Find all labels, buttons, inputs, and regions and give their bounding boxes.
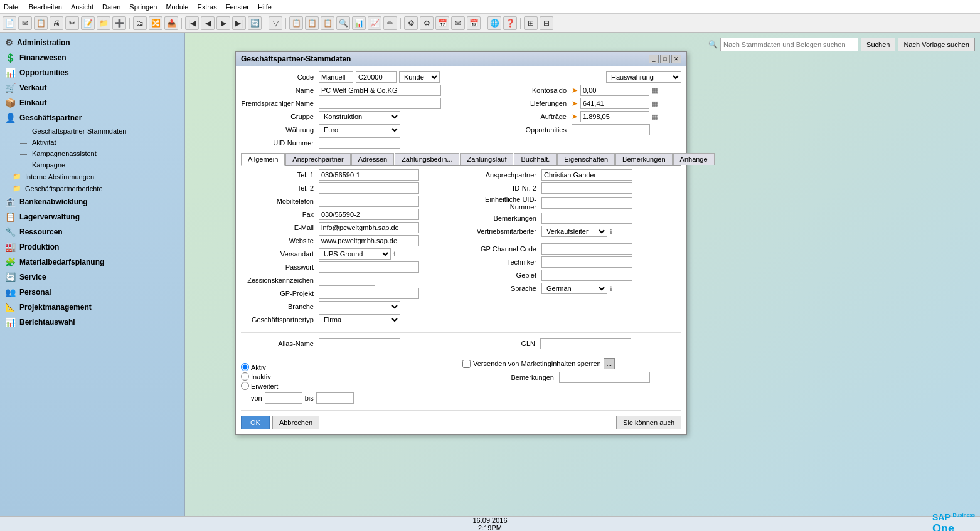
sidebar-item-berichte[interactable]: 📁 Geschäftspartnerberichte	[0, 182, 184, 194]
toolbar-first[interactable]: |◀	[185, 16, 199, 30]
toolbar-prev[interactable]: ◀	[201, 16, 215, 30]
dialog-close-button[interactable]: ✕	[671, 55, 681, 63]
menu-module[interactable]: Module	[166, 3, 188, 11]
menu-springen[interactable]: Springen	[129, 3, 157, 11]
contact-input[interactable]	[541, 169, 632, 181]
tab-eigenschaften[interactable]: Eigenschaften	[557, 153, 615, 165]
toolbar-btn-25[interactable]: ❓	[503, 16, 517, 30]
sprache-select[interactable]: German	[541, 283, 607, 294]
balance-currency-select[interactable]: Hauswährung	[606, 71, 681, 83]
menu-daten[interactable]: Daten	[102, 3, 120, 11]
marketing-remarks-input[interactable]	[559, 372, 650, 383]
sidebar-item-berichtauswahl[interactable]: 📊 Berichtauswahl	[0, 315, 184, 330]
search-template-button[interactable]: Nach Vorlage suchen	[898, 38, 975, 51]
tab-allgemein[interactable]: Allgemein	[241, 153, 285, 166]
toolbar-btn-10[interactable]: 🔀	[149, 16, 162, 30]
toolbar-btn-26[interactable]: ⊞	[524, 16, 538, 30]
auftraege-graph-icon[interactable]: ▦	[652, 113, 658, 121]
toolbar-refresh[interactable]: 🔄	[248, 16, 262, 30]
waehrung-select[interactable]: Euro	[319, 124, 400, 135]
toolbar-btn-15[interactable]: 🔍	[336, 16, 350, 30]
code-mode-input[interactable]	[319, 71, 353, 83]
tab-ansprechpartner[interactable]: Ansprechpartner	[285, 153, 350, 165]
sidebar-item-geschaeftspartner[interactable]: 👤 Geschäftspartner	[0, 110, 184, 125]
sidebar-item-kampagne[interactable]: — Kampagne	[0, 159, 184, 171]
gln-input[interactable]	[540, 338, 631, 349]
vertrieb-select[interactable]: Verkaufsleiter	[541, 226, 607, 237]
sidebar-item-aktivitaet[interactable]: — Aktivität	[0, 137, 184, 148]
toolbar-btn-8[interactable]: ➕	[112, 16, 126, 30]
toolbar-btn-11[interactable]: 📤	[164, 16, 178, 30]
toolbar-btn-12[interactable]: 📋	[289, 16, 303, 30]
code-value-input[interactable]	[356, 71, 397, 83]
toolbar-next[interactable]: ▶	[216, 16, 230, 30]
toolbar-btn-14[interactable]: 📋	[321, 16, 334, 30]
status-aktiv-radio[interactable]: Aktiv	[241, 363, 266, 371]
toolbar-btn-23[interactable]: 📅	[467, 16, 481, 30]
mobile-input[interactable]	[319, 196, 419, 207]
menu-bearbeiten[interactable]: Bearbeiten	[29, 3, 62, 11]
tab-adressen[interactable]: Adressen	[351, 153, 394, 165]
gp-channel-input[interactable]	[541, 243, 632, 255]
sidebar-item-ressourcen[interactable]: 🔧 Ressourcen	[0, 224, 184, 239]
sidebar-item-personal[interactable]: 👥 Personal	[0, 285, 184, 300]
toolbar-btn-27[interactable]: ⊟	[540, 16, 553, 30]
project-input[interactable]	[319, 288, 419, 299]
inaktiv-radio-input[interactable]	[241, 372, 249, 381]
toolbar-btn-17[interactable]: 📈	[368, 16, 381, 30]
sidebar-item-banken[interactable]: 🏦 Bankenabwicklung	[0, 194, 184, 209]
tel1-input[interactable]	[319, 169, 419, 181]
code-type-select[interactable]: Kunde	[399, 71, 440, 83]
toolbar-btn-6[interactable]: 📝	[81, 16, 95, 30]
also-button[interactable]: Sie können auch	[616, 416, 681, 429]
kontosaldo-graph-icon[interactable]: ▦	[652, 87, 658, 95]
marketing-checkbox[interactable]	[462, 360, 471, 368]
toolbar-btn-18[interactable]: ✏	[383, 16, 397, 30]
menu-datei[interactable]: Datei	[4, 3, 20, 11]
dialog-maximize-button[interactable]: □	[660, 55, 670, 63]
toolbar-btn-2[interactable]: ✉	[18, 16, 32, 30]
gebiet-input[interactable]	[541, 270, 632, 281]
sidebar-item-verkauf[interactable]: 🛒 Verkauf	[0, 80, 184, 95]
toolbar-btn-21[interactable]: 📅	[435, 16, 449, 30]
techniker-input[interactable]	[541, 256, 632, 268]
status-inaktiv-radio[interactable]: Inaktiv	[241, 372, 460, 381]
sidebar-item-interne[interactable]: 📁 Interne Abstimmungen	[0, 171, 184, 182]
menu-hilfe[interactable]: Hilfe	[258, 3, 272, 11]
gruppe-select[interactable]: Konstruktion	[319, 111, 400, 122]
toolbar-btn-20[interactable]: ⚙	[420, 16, 434, 30]
fax-input[interactable]	[319, 209, 419, 220]
status-erweitert-radio[interactable]: Erweitert	[241, 382, 460, 390]
toolbar-last[interactable]: ▶|	[232, 16, 246, 30]
kontosaldo-input[interactable]	[580, 85, 649, 96]
toolbar-btn-4[interactable]: 🖨	[50, 16, 63, 30]
session-input[interactable]	[319, 275, 375, 286]
menu-extras[interactable]: Extras	[197, 3, 216, 11]
toolbar-btn-7[interactable]: 📁	[97, 16, 110, 30]
opportunities-input[interactable]	[572, 124, 650, 135]
passwort-input[interactable]	[319, 261, 419, 273]
toolbar-btn-24[interactable]: 🌐	[487, 16, 501, 30]
ok-button[interactable]: OK	[241, 416, 270, 429]
lieferungen-input[interactable]	[580, 98, 649, 109]
sidebar-item-produktion[interactable]: 🏭 Produktion	[0, 239, 184, 255]
menu-ansicht[interactable]: Ansicht	[71, 3, 93, 11]
sidebar-item-kampagnenassistent[interactable]: — Kampagnenassistent	[0, 148, 184, 159]
tab-zahlungsbedin[interactable]: Zahlungsbedin...	[395, 153, 459, 165]
id2-input[interactable]	[541, 182, 632, 194]
toolbar-btn-9[interactable]: 🗂	[133, 16, 147, 30]
sidebar-item-finanzwesen[interactable]: 💲 Finanzwesen	[0, 50, 184, 65]
remarks-right-input[interactable]	[541, 213, 632, 224]
menu-fenster[interactable]: Fenster	[226, 3, 249, 11]
toolbar-btn-5[interactable]: ✂	[65, 16, 79, 30]
dialog-minimize-button[interactable]: _	[649, 55, 659, 63]
cancel-button[interactable]: Abbrechen	[272, 416, 319, 429]
name-input[interactable]	[319, 85, 441, 96]
sidebar-item-opportunities[interactable]: 📊 Opportunities	[0, 65, 184, 80]
aktiv-radio-input[interactable]	[241, 363, 249, 371]
tab-buchhalt[interactable]: Buchhalt.	[514, 153, 557, 165]
bis-input[interactable]	[316, 392, 354, 404]
sidebar-item-einkauf[interactable]: 📦 Einkauf	[0, 95, 184, 110]
uid-input[interactable]	[319, 137, 400, 149]
sidebar-item-service[interactable]: 🔄 Service	[0, 270, 184, 285]
